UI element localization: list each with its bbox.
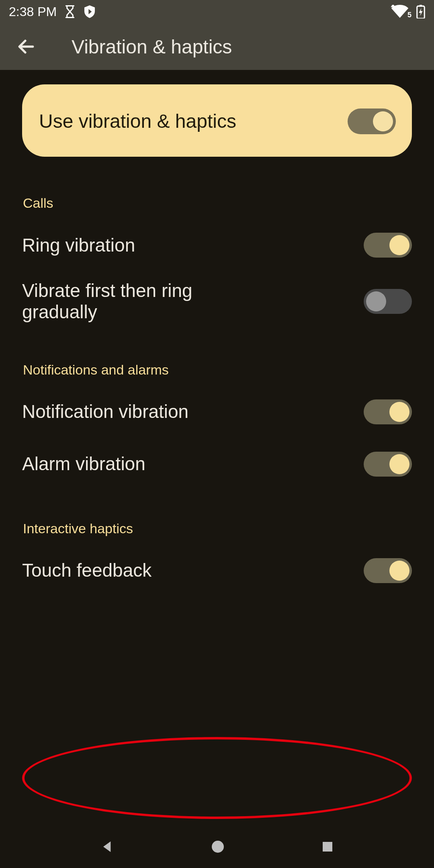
row-label: Alarm vibration [22,453,145,475]
row-label: Ring vibration [22,235,135,256]
switch-touch-feedback[interactable] [364,558,412,583]
back-arrow-icon[interactable] [16,37,36,57]
section-header: Calls [22,195,412,217]
status-left: 2:38 PM [9,4,96,19]
page-title: Vibration & haptics [72,36,232,58]
status-time: 2:38 PM [9,4,57,19]
row-ring-vibration[interactable]: Ring vibration [22,217,412,269]
master-haptics-card[interactable]: Use vibration & haptics [22,84,412,157]
battery-charging-icon [416,5,425,18]
svg-rect-4 [323,842,332,852]
nav-back-icon[interactable] [99,839,115,855]
nav-home-icon[interactable] [210,839,226,855]
master-haptics-switch[interactable] [348,108,396,134]
row-label: Vibrate first then ring gradually [22,280,247,323]
row-touch-feedback[interactable]: Touch feedback [22,542,412,594]
settings-content: Use vibration & haptics Calls Ring vibra… [0,70,434,594]
wifi-badge: 5 [407,11,411,19]
wifi-icon: 5 [391,5,409,18]
row-notification-vibration[interactable]: Notification vibration [22,383,412,436]
app-bar: Vibration & haptics [0,23,434,70]
section-calls: Calls Ring vibration Vibrate first then … [22,195,412,329]
row-label: Notification vibration [22,401,188,422]
switch-alarm-vibration[interactable] [364,452,412,477]
section-header: Notifications and alarms [22,362,412,383]
shield-play-icon [83,5,96,18]
status-right: 5 [391,5,425,18]
annotation-highlight-ellipse [22,737,412,819]
switch-vibrate-first-then-ring-gradually[interactable] [364,289,412,314]
nav-recent-icon[interactable] [320,839,335,854]
row-alarm-vibration[interactable]: Alarm vibration [22,436,412,488]
switch-ring-vibration[interactable] [364,233,412,258]
svg-point-3 [212,841,224,853]
master-haptics-label: Use vibration & haptics [39,110,236,132]
status-bar: 2:38 PM 5 [0,0,434,23]
hourglass-icon [64,5,76,18]
section-interactive-haptics: Interactive haptics Touch feedback [22,521,412,594]
row-vibrate-first-then-ring-gradually[interactable]: Vibrate first then ring gradually [22,269,412,329]
system-nav-bar [0,829,434,868]
svg-rect-2 [420,5,422,7]
section-header: Interactive haptics [22,521,412,542]
section-notifications-and-alarms: Notifications and alarms Notification vi… [22,362,412,488]
switch-notification-vibration[interactable] [364,399,412,424]
row-label: Touch feedback [22,560,151,581]
